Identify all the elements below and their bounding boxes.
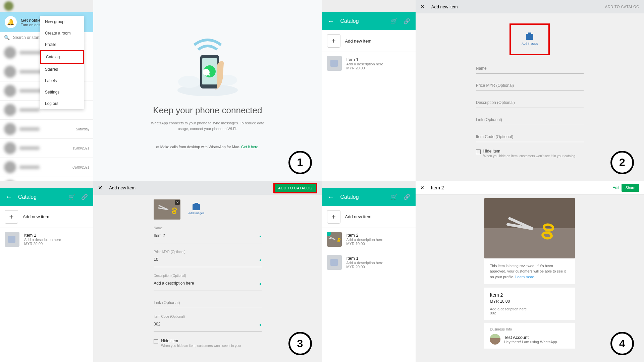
catalog-item-1[interactable]: Item 1 Add a description here MYR 20.00 — [322, 251, 416, 274]
close-icon[interactable]: ✕ — [420, 4, 425, 10]
add-images-box[interactable]: Add Images — [184, 199, 208, 220]
link-icon[interactable]: 🔗 — [404, 194, 410, 200]
add-new-item-row[interactable]: + Add new item — [322, 206, 416, 228]
menu-catalog[interactable]: Catalog — [40, 50, 84, 64]
catalog-item-1[interactable]: Item 1 Add a description here MYR 20.00 — [0, 228, 93, 251]
link-field[interactable]: Link (Optional) — [476, 115, 584, 125]
add-item-panel: ✕ Add new item ADD TO CATALOG ✕ Add — [93, 181, 322, 362]
add-to-catalog-button[interactable]: ADD TO CATALOG — [605, 5, 639, 9]
item-2-name: Item 2 — [346, 233, 383, 238]
add-images-box[interactable]: Add Images — [509, 23, 550, 55]
back-icon[interactable]: ← — [328, 17, 334, 25]
price-field[interactable]: 10• — [154, 254, 261, 267]
add-new-item-row[interactable]: + Add new item — [322, 30, 416, 52]
step-number-3: 3 — [288, 332, 312, 355]
share-button[interactable]: Share — [622, 184, 639, 192]
back-icon[interactable]: ← — [5, 193, 12, 201]
cart-icon[interactable]: 🛒 — [391, 18, 397, 24]
modal-bar: ✕ Add new item ADD TO CATALOG — [93, 181, 322, 195]
panel-1: 🔔 Get notified of new messages Turn on d… — [0, 0, 322, 181]
desc-label: Description (Optional) — [154, 274, 261, 278]
catalog-item-2[interactable]: Item 2 Add a description here MYR 10.00 — [322, 228, 416, 251]
cart-icon[interactable]: 🛒 — [68, 194, 75, 200]
menu-profile[interactable]: Profile — [40, 39, 84, 50]
step-number-4: 4 — [610, 332, 634, 355]
footer-text: Make calls from desktop with WhatsApp fo… — [160, 145, 240, 149]
step-number-2: 2 — [610, 151, 634, 174]
name-field[interactable]: Name — [476, 63, 584, 74]
link-icon[interactable]: 🔗 — [404, 18, 410, 24]
item-code-field[interactable]: 002• — [154, 319, 261, 332]
detail-item-name: Item 2 — [490, 292, 570, 298]
cart-icon[interactable]: 🛒 — [391, 194, 397, 200]
catalog-item-1[interactable]: Item 1 Add a description here MYR 20.00 — [322, 52, 416, 75]
add-new-item-label: Add new item — [345, 214, 372, 219]
code-label: Item Code (Optional) — [154, 315, 261, 318]
pending-badge-icon — [327, 232, 331, 236]
main-menu-dropdown: New group Create a room Profile Catalog … — [40, 16, 84, 109]
menu-new-group[interactable]: New group — [40, 16, 84, 27]
chat-date: 15/09/2021 — [72, 146, 89, 150]
chat-date: Saturday — [76, 127, 89, 131]
add-to-catalog-button[interactable]: ADD TO CATALOG — [273, 183, 317, 193]
plus-icon: + — [327, 210, 340, 224]
menu-logout[interactable]: Log out — [40, 98, 84, 109]
remove-image-icon[interactable]: ✕ — [175, 200, 180, 205]
step-number-1: 1 — [288, 151, 312, 174]
item-image — [484, 198, 575, 258]
item-1-thumb — [327, 255, 342, 270]
description-field[interactable]: Description (Optional) — [476, 98, 584, 108]
description-field[interactable]: Add a description here• — [154, 278, 261, 291]
item-1-price: MYR 20.00 — [24, 242, 61, 246]
close-icon[interactable]: ✕ — [420, 185, 424, 190]
item-1-price: MYR 20.00 — [346, 66, 383, 70]
name-field[interactable]: Item 2• — [154, 231, 261, 243]
menu-settings[interactable]: Settings — [40, 86, 84, 98]
catalog-sidebar: ← Catalog 🛒 🔗 + Add new item Item 1 Add … — [322, 0, 416, 181]
link-icon[interactable]: 🔗 — [81, 194, 88, 200]
add-item-panel: ✕ Add new item ADD TO CATALOG Add Images… — [416, 0, 644, 181]
detail-title: Item 2 — [431, 185, 606, 190]
menu-labels[interactable]: Labels — [40, 75, 84, 86]
close-icon[interactable]: ✕ — [98, 185, 102, 191]
item-code-field[interactable]: Item Code (Optional) — [476, 132, 584, 142]
hide-item-label: Hide item — [483, 149, 576, 154]
price-field[interactable]: Price MYR (Optional) — [476, 80, 584, 91]
business-info-card: Business Info Test Account Hey there! I … — [484, 323, 575, 349]
catalog-sidebar: ← Catalog 🛒 🔗 + Add new item — [322, 181, 416, 362]
edit-button[interactable]: Edit — [612, 185, 620, 190]
detail-item-code: 002 — [490, 311, 570, 315]
item-2-desc: Add a description here — [346, 238, 383, 242]
learn-more-link[interactable]: Learn more. — [515, 275, 535, 279]
link-field[interactable]: Link (Optional) — [154, 298, 261, 308]
hide-item-sub: When you hide an item, customers won't s… — [483, 154, 576, 158]
add-new-item-label: Add new item — [345, 39, 372, 44]
laptop-icon: ▭ — [156, 145, 159, 149]
menu-create-room[interactable]: Create a room — [40, 27, 84, 39]
camera-icon — [193, 204, 200, 210]
panel-2: ← Catalog 🛒 🔗 + Add new item Item 1 Add … — [322, 0, 644, 181]
get-it-here-link[interactable]: Get it here. — [241, 145, 259, 149]
detail-item-price: MYR 10.00 — [490, 299, 570, 304]
uploaded-image-thumb[interactable]: ✕ — [154, 199, 180, 220]
checkbox-icon[interactable] — [476, 149, 481, 154]
hide-item-label: Hide item — [161, 339, 241, 343]
menu-starred[interactable]: Starred — [40, 64, 84, 75]
catalog-header: ← Catalog 🛒 🔗 — [322, 188, 416, 206]
checkbox-icon[interactable] — [154, 339, 158, 344]
plus-icon: + — [327, 34, 340, 48]
panel-4: ← Catalog 🛒 🔗 + Add new item — [322, 181, 644, 362]
avatar[interactable] — [4, 1, 13, 11]
bell-icon: 🔔 — [5, 16, 17, 28]
add-new-item-row[interactable]: + Add new item — [0, 206, 93, 228]
hero-sub-1: WhatsApp connects to your phone to sync … — [151, 121, 264, 125]
hero-sub-2: usage, connect your phone to Wi-Fi. — [178, 127, 237, 131]
detail-item-desc: Add a description here — [490, 307, 570, 311]
hide-item-row[interactable]: Hide item When you hide an item, custome… — [154, 339, 261, 348]
business-info-header: Business Info — [490, 327, 570, 331]
hero-illustration — [174, 32, 241, 99]
back-icon[interactable]: ← — [328, 193, 334, 201]
item-detail-panel: ✕ Item 2 Edit Share This item is being r… — [416, 181, 644, 362]
chat-sidebar: 🔔 Get notified of new messages Turn on d… — [0, 0, 93, 181]
hide-item-row[interactable]: Hide item When you hide an item, custome… — [476, 149, 584, 158]
